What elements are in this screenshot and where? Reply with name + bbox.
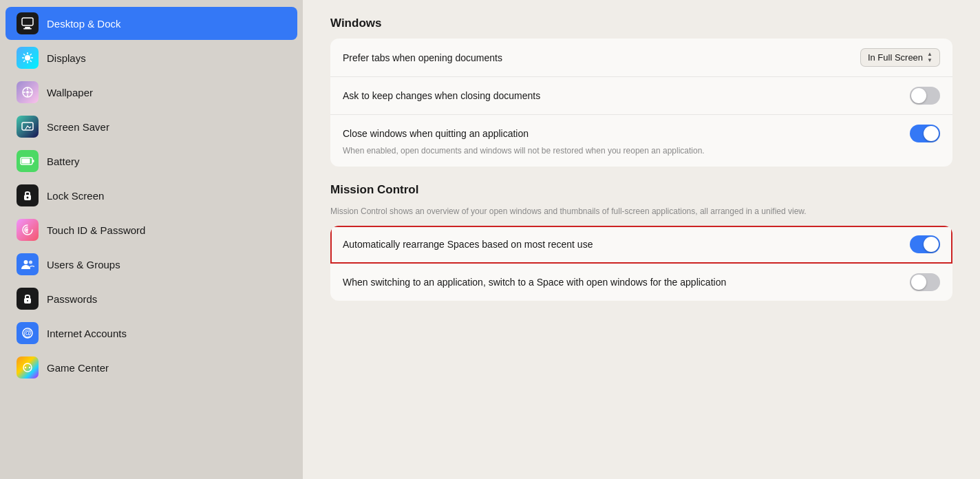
svg-rect-1: [25, 27, 30, 28]
sidebar-label-internet-accounts: Internet Accounts: [47, 328, 127, 339]
sidebar-label-users-groups: Users & Groups: [47, 259, 120, 270]
switch-space-toggle[interactable]: [910, 273, 940, 291]
sidebar-item-battery[interactable]: Battery: [6, 145, 297, 178]
sidebar-label-desktop-dock: Desktop & Dock: [47, 18, 121, 30]
prefer-tabs-row: Prefer tabs when opening documents In Fu…: [330, 39, 952, 77]
stepper-value: In Full Screen: [868, 52, 923, 63]
mission-control-settings-group: Automatically rearrange Spaces based on …: [330, 226, 952, 301]
ask-keep-changes-row: Ask to keep changes when closing documen…: [330, 77, 952, 115]
svg-text:@: @: [23, 328, 32, 338]
close-windows-row-main: Close windows when quitting an applicati…: [343, 125, 940, 142]
desktop-dock-icon: [17, 12, 39, 34]
auto-rearrange-row: Automatically rearrange Spaces based on …: [330, 226, 952, 264]
sidebar-label-game-center: Game Center: [47, 362, 109, 374]
touchid-icon: [17, 219, 39, 241]
svg-rect-0: [22, 18, 33, 25]
sidebar-label-battery: Battery: [47, 156, 80, 167]
svg-point-13: [26, 91, 29, 94]
sidebar-label-displays: Displays: [47, 52, 86, 64]
mission-control-title: Mission Control: [330, 183, 952, 197]
mission-control-section: Mission Control Mission Control shows an…: [330, 183, 952, 301]
svg-rect-20: [32, 160, 34, 162]
users-icon: [17, 253, 39, 275]
sidebar-label-screen-saver: Screen Saver: [47, 121, 109, 133]
svg-rect-2: [23, 28, 32, 30]
svg-line-9: [30, 61, 32, 62]
switch-space-row: When switching to an application, switch…: [330, 264, 952, 301]
svg-point-33: [29, 367, 30, 368]
svg-point-32: [25, 367, 26, 368]
switch-space-row-main: When switching to an application, switch…: [343, 273, 940, 291]
svg-point-26: [29, 261, 32, 264]
stepper-down-icon: ▼: [927, 58, 933, 63]
sidebar-item-wallpaper[interactable]: Wallpaper: [6, 76, 297, 109]
close-windows-label: Close windows when quitting an applicati…: [343, 128, 910, 139]
stepper-arrows: ▲ ▼: [927, 52, 933, 63]
prefer-tabs-label: Prefer tabs when opening documents: [343, 52, 860, 63]
lockscreen-icon: [17, 184, 39, 206]
sidebar-label-touch-id: Touch ID & Password: [47, 224, 145, 236]
sidebar: Desktop & Dock Displays: [0, 0, 303, 479]
displays-icon: [17, 47, 39, 69]
svg-line-11: [23, 61, 25, 62]
windows-section-title: Windows: [330, 17, 952, 30]
internet-icon: @: [17, 322, 39, 344]
svg-point-3: [25, 55, 30, 61]
prefer-tabs-stepper[interactable]: In Full Screen ▲ ▼: [860, 48, 940, 67]
wallpaper-icon: [17, 81, 39, 103]
battery-icon: [17, 150, 39, 172]
close-windows-description: When enabled, open documents and windows…: [343, 145, 705, 157]
ask-keep-changes-toggle[interactable]: [910, 87, 940, 105]
svg-line-8: [23, 54, 25, 55]
sidebar-item-game-center[interactable]: Game Center: [6, 351, 297, 384]
sidebar-label-lock-screen: Lock Screen: [47, 190, 104, 202]
sidebar-item-screen-saver[interactable]: Screen Saver: [6, 110, 297, 143]
sidebar-item-desktop-dock[interactable]: Desktop & Dock: [6, 7, 297, 40]
sidebar-label-wallpaper: Wallpaper: [47, 87, 93, 98]
close-windows-row: Close windows when quitting an applicati…: [330, 115, 952, 167]
ask-keep-changes-label: Ask to keep changes when closing documen…: [343, 90, 910, 101]
sidebar-item-touch-id[interactable]: Touch ID & Password: [6, 213, 297, 246]
sidebar-item-lock-screen[interactable]: Lock Screen: [6, 179, 297, 212]
stepper-up-icon: ▲: [927, 52, 933, 57]
passwords-icon: [17, 288, 39, 310]
sidebar-item-internet-accounts[interactable]: @ Internet Accounts: [6, 317, 297, 350]
switch-space-label: When switching to an application, switch…: [343, 277, 910, 288]
gamecenter-icon: [17, 356, 39, 379]
screensaver-icon: [17, 116, 39, 138]
mission-control-description: Mission Control shows an overview of you…: [330, 205, 952, 217]
sidebar-item-displays[interactable]: Displays: [6, 41, 297, 74]
auto-rearrange-label: Automatically rearrange Spaces based on …: [343, 239, 910, 250]
auto-rearrange-toggle[interactable]: [910, 235, 940, 253]
svg-point-25: [24, 260, 28, 264]
close-windows-toggle[interactable]: [910, 125, 940, 142]
svg-rect-21: [22, 159, 30, 164]
svg-point-23: [27, 197, 29, 199]
sidebar-item-passwords[interactable]: Passwords: [6, 282, 297, 315]
sidebar-item-users-groups[interactable]: Users & Groups: [6, 248, 297, 281]
main-content: Windows Prefer tabs when opening documen…: [303, 0, 980, 479]
sidebar-label-passwords: Passwords: [47, 293, 97, 305]
svg-line-10: [30, 54, 32, 55]
svg-point-31: [23, 363, 32, 372]
windows-settings-group: Prefer tabs when opening documents In Fu…: [330, 39, 952, 167]
